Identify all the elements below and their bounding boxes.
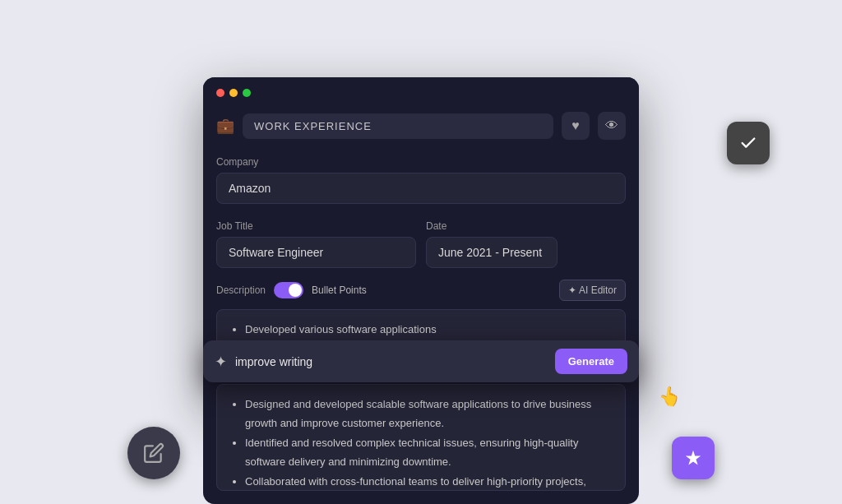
job-date-row: Job Title Date [216, 212, 626, 268]
toolbar: 💼 ♥ 👁 [203, 105, 639, 148]
generate-button[interactable]: Generate [555, 349, 627, 374]
list-item: Collaborated with cross-functional teams… [245, 472, 612, 491]
description-label: Description [216, 284, 266, 296]
cursor-hand-icon: 👆 [657, 384, 682, 409]
description-row: Description Bullet Points ✦ AI Editor [216, 280, 626, 301]
company-input[interactable] [216, 173, 626, 204]
edit-button[interactable] [127, 427, 180, 479]
minimize-dot [229, 89, 238, 97]
section-title-input[interactable] [243, 113, 553, 139]
job-title-label: Job Title [216, 220, 416, 232]
ai-prompt-input[interactable] [235, 355, 547, 368]
eye-button[interactable]: 👁 [598, 112, 626, 140]
ai-prompt-bar: ✦ Generate [203, 340, 639, 382]
list-item: Identified and resolved complex technica… [245, 433, 612, 472]
bullet-points-label: Bullet Points [312, 284, 367, 296]
company-label: Company [216, 156, 626, 168]
sparkle-icon: ✦ [215, 353, 227, 371]
checkmark-button[interactable] [727, 122, 770, 164]
list-item: Developed various software applications [245, 320, 612, 339]
generated-content-area: Designed and developed scalable software… [203, 371, 639, 504]
bullet-toggle[interactable] [274, 282, 303, 298]
list-item: Designed and developed scalable software… [245, 395, 612, 433]
ai-editor-button[interactable]: ✦ AI Editor [559, 280, 626, 301]
date-input[interactable] [426, 237, 557, 268]
heart-button[interactable]: ♥ [562, 112, 590, 140]
close-dot [216, 89, 224, 97]
job-title-input[interactable] [216, 237, 416, 268]
job-title-group: Job Title [216, 212, 416, 268]
ai-sparkle-button[interactable] [672, 437, 715, 479]
date-label: Date [426, 220, 626, 232]
date-group: Date [426, 212, 626, 268]
generated-items: Designed and developed scalable software… [230, 395, 612, 491]
generated-bullet-list: Designed and developed scalable software… [216, 384, 626, 491]
maximize-dot [243, 89, 251, 97]
briefcase-icon: 💼 [216, 117, 234, 135]
title-bar [203, 77, 639, 105]
